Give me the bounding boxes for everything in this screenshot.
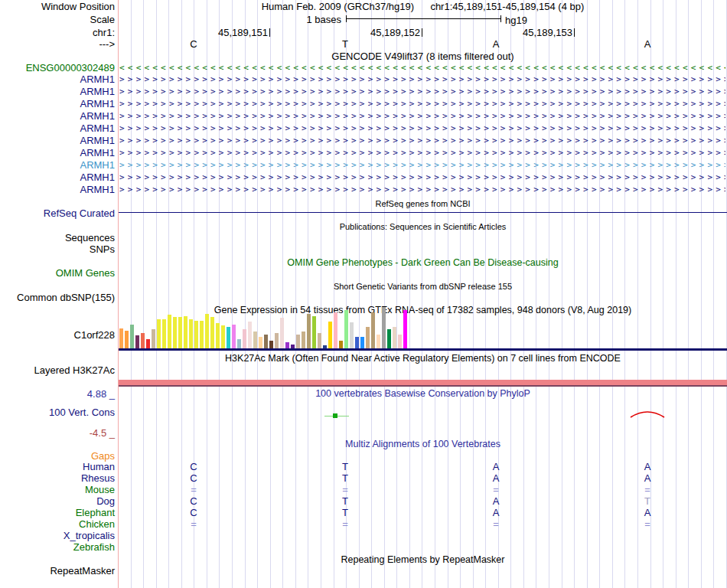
gtex-tissue-bar[interactable] — [259, 337, 262, 348]
gene-row-label[interactable]: ARMH1 — [0, 184, 115, 195]
gene-row-label[interactable]: ARMH1 — [0, 159, 115, 171]
gene-row-arrows[interactable]: >>>>>>>>>>>>>>>>>>>>>>>>>>>>>>>>>>>>>>>>… — [119, 122, 725, 134]
gene-row-arrows[interactable]: >>>>>>>>>>>>>>>>>>>>>>>>>>>>>>>>>>>>>>>>… — [119, 98, 725, 109]
gene-row-label[interactable]: ARMH1 — [0, 172, 115, 183]
gtex-tissue-bar[interactable] — [264, 335, 268, 348]
multiz-species-label[interactable]: Chicken — [0, 518, 115, 530]
gene-row-label[interactable]: ARMH1 — [0, 86, 115, 97]
gtex-tissue-bar[interactable] — [200, 321, 204, 348]
gene-row-label[interactable]: ARMH1 — [0, 147, 115, 158]
multiz-species-label[interactable]: Rhesus — [0, 472, 115, 484]
gtex-tissue-bar[interactable] — [296, 335, 300, 348]
gtex-tissue-bar[interactable] — [387, 329, 391, 348]
strand-direction-label: ---> — [0, 38, 115, 50]
track-label-layered-h3k27ac[interactable]: Layered H3K27Ac — [0, 364, 115, 376]
multiz-aligned-base: T — [342, 472, 348, 484]
gtex-tissue-bar[interactable] — [237, 339, 241, 348]
gtex-tissue-bar[interactable] — [377, 335, 380, 348]
gtex-tissue-bar[interactable] — [328, 322, 332, 348]
gtex-tissue-bar[interactable] — [403, 310, 407, 348]
gtex-tissue-bar[interactable] — [243, 329, 246, 348]
gtex-tissue-bar[interactable] — [350, 322, 354, 348]
multiz-species-label[interactable]: Zebrafish — [0, 541, 115, 553]
gene-row-label[interactable]: ENSG00000302489 — [0, 62, 115, 74]
gene-row-arrows[interactable]: >>>>>>>>>>>>>>>>>>>>>>>>>>>>>>>>>>>>>>>>… — [119, 147, 725, 158]
multiz-species-label[interactable]: Mouse — [0, 484, 115, 495]
multiz-species-label[interactable]: X_tropicalis — [0, 530, 115, 541]
gtex-tissue-bar[interactable] — [227, 327, 230, 348]
gtex-tissue-bar[interactable] — [285, 342, 289, 348]
gene-row-label[interactable]: ARMH1 — [0, 135, 115, 146]
gene-row-arrows[interactable]: >>>>>>>>>>>>>>>>>>>>>>>>>>>>>>>>>>>>>>>>… — [119, 74, 725, 85]
gene-row-label[interactable]: ARMH1 — [0, 74, 115, 85]
gtex-tissue-bar[interactable] — [248, 322, 252, 348]
gtex-tissue-bar[interactable] — [344, 310, 348, 348]
gene-row-arrows[interactable]: >>>>>>>>>>>>>>>>>>>>>>>>>>>>>>>>>>>>>>>>… — [119, 86, 725, 97]
gtex-tissue-bar[interactable] — [168, 315, 171, 348]
gtex-tissue-bar[interactable] — [382, 307, 386, 348]
multiz-species-label[interactable]: Human — [0, 461, 115, 472]
gtex-tissue-bar[interactable] — [275, 333, 279, 348]
gtex-tissue-bar[interactable] — [210, 317, 214, 348]
gtex-tissue-bar[interactable] — [371, 312, 375, 348]
gtex-tissue-bar[interactable] — [130, 325, 134, 348]
gtex-tissue-bar[interactable] — [307, 314, 311, 348]
gtex-tissue-bar[interactable] — [302, 332, 305, 348]
gtex-tissue-bar[interactable] — [339, 341, 343, 348]
gtex-tissue-bar[interactable] — [135, 335, 139, 348]
gtex-tissue-bar[interactable] — [393, 327, 396, 348]
gtex-tissue-bar[interactable] — [318, 333, 321, 348]
gtex-tissue-bar[interactable] — [280, 318, 284, 348]
gene-row-arrows[interactable]: <<<<<<<<<<<<<<<<<<<<<<<<<<<<<<<<<<<<<<<<… — [119, 62, 725, 74]
gtex-tissue-bar[interactable] — [205, 314, 209, 348]
track-label-snps[interactable]: SNPs — [0, 243, 115, 255]
gtex-tissue-bar[interactable] — [194, 321, 198, 348]
gene-row-label[interactable]: ARMH1 — [0, 98, 115, 109]
assembly-position-title: Human Feb. 2009 (GRCh37/hg19) chr1:45,18… — [119, 1, 727, 12]
gtex-tissue-bar[interactable] — [360, 337, 364, 348]
gtex-tissue-bar[interactable] — [312, 316, 316, 348]
phylop-min-value: -4.5 _ — [0, 427, 115, 439]
track-label-gaps[interactable]: Gaps — [0, 450, 115, 462]
gtex-tissue-bar[interactable] — [119, 328, 123, 348]
gene-row-arrows[interactable]: >>>>>>>>>>>>>>>>>>>>>>>>>>>>>>>>>>>>>>>>… — [119, 110, 725, 122]
track-label-repeatmasker[interactable]: RepeatMasker — [0, 565, 115, 577]
track-label-omim-genes[interactable]: OMIM Genes — [0, 267, 115, 279]
gtex-tissue-bar[interactable] — [141, 333, 145, 348]
refseq-gene-line[interactable] — [119, 212, 727, 213]
h3k27ac-signal-band[interactable] — [119, 380, 727, 385]
track-label-100-vert-cons[interactable]: 100 Vert. Cons — [0, 407, 115, 418]
gtex-tissue-bar[interactable] — [184, 316, 187, 348]
track-label-sequences[interactable]: Sequences — [0, 232, 115, 243]
multiz-species-label[interactable]: Elephant — [0, 507, 115, 518]
gtex-tissue-bar[interactable] — [355, 337, 359, 348]
multiz-species-label[interactable]: Dog — [0, 495, 115, 507]
gtex-tissue-bar[interactable] — [232, 325, 236, 348]
gtex-tissue-bar[interactable] — [253, 332, 257, 348]
gtex-tissue-bar[interactable] — [146, 339, 150, 348]
gtex-tissue-bar[interactable] — [173, 317, 177, 348]
gtex-tissue-bar[interactable] — [162, 319, 166, 348]
gene-row-label[interactable]: ARMH1 — [0, 122, 115, 134]
gtex-tissue-bar[interactable] — [366, 327, 370, 348]
gtex-tissue-bar[interactable] — [125, 331, 129, 348]
gene-row-arrows[interactable]: >>>>>>>>>>>>>>>>>>>>>>>>>>>>>>>>>>>>>>>>… — [119, 184, 725, 195]
track-label-c1orf228[interactable]: C1orf228 — [0, 329, 115, 341]
gtex-tissue-bar[interactable] — [216, 323, 220, 348]
gene-row-arrows[interactable]: >>>>>>>>>>>>>>>>>>>>>>>>>>>>>>>>>>>>>>>>… — [119, 159, 725, 171]
gene-row-arrows[interactable]: >>>>>>>>>>>>>>>>>>>>>>>>>>>>>>>>>>>>>>>>… — [119, 135, 725, 146]
refseq-track-title: RefSeq genes from NCBI — [119, 198, 727, 210]
gtex-tissue-bar[interactable] — [157, 319, 161, 348]
gtex-tissue-bar[interactable] — [152, 329, 155, 348]
gtex-tissue-bar[interactable] — [334, 312, 337, 348]
track-label-common-dbsnp[interactable]: Common dbSNP(155) — [0, 292, 115, 303]
phylop-track-title: 100 vertebrates Basewise Conservation by… — [119, 388, 727, 400]
gene-row-label[interactable]: ARMH1 — [0, 110, 115, 122]
gtex-tissue-bar[interactable] — [398, 335, 402, 348]
track-label-refseq-curated[interactable]: RefSeq Curated — [0, 207, 115, 219]
gene-row-arrows[interactable]: >>>>>>>>>>>>>>>>>>>>>>>>>>>>>>>>>>>>>>>>… — [119, 172, 725, 183]
gtex-tissue-bar[interactable] — [221, 325, 225, 348]
gtex-tissue-bar[interactable] — [269, 341, 273, 348]
gtex-tissue-bar[interactable] — [189, 319, 193, 348]
gtex-tissue-bar[interactable] — [178, 317, 182, 348]
